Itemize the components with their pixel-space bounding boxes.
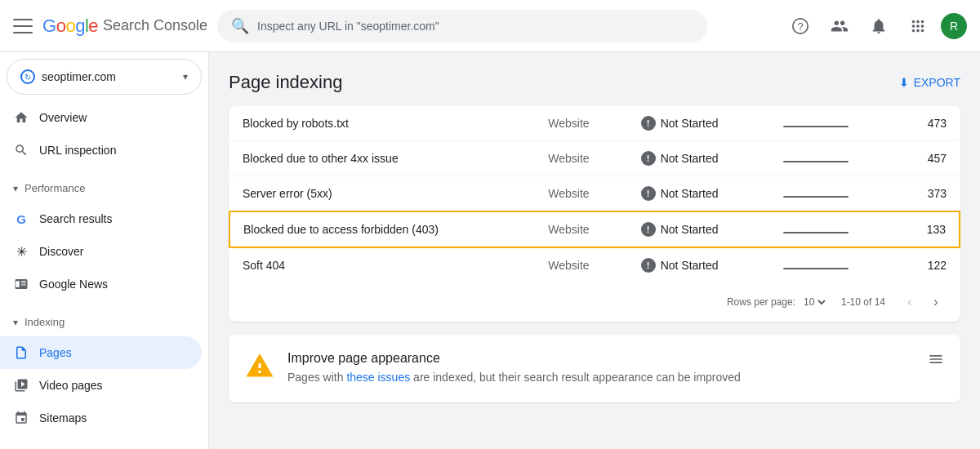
row-status: ! Not Started bbox=[628, 176, 771, 212]
row-type: Website bbox=[535, 247, 627, 282]
google-g-icon: G bbox=[13, 211, 29, 227]
sitemaps-label: Sitemaps bbox=[39, 411, 87, 425]
sparkline bbox=[783, 126, 849, 127]
status-text: Not Started bbox=[661, 152, 719, 165]
status-icon: ! bbox=[641, 186, 656, 201]
content-area: Page indexing ⬇ EXPORT Blocked by robots… bbox=[209, 52, 980, 449]
row-count: 133 bbox=[896, 211, 960, 247]
row-type: Website bbox=[535, 106, 627, 141]
rows-per-page-select[interactable]: 10 25 50 bbox=[800, 296, 828, 309]
export-icon: ⬇ bbox=[899, 76, 909, 89]
rows-per-page: Rows per page: 10 25 50 bbox=[727, 296, 828, 309]
status-icon: ! bbox=[641, 151, 656, 166]
sidebar-item-discover[interactable]: ✳ Discover bbox=[0, 235, 202, 268]
topbar-actions: ? R bbox=[784, 10, 967, 42]
row-status: ! Not Started bbox=[628, 106, 771, 141]
sparkline bbox=[783, 268, 849, 269]
row-sparkline-cell bbox=[770, 211, 896, 247]
sidebar-item-search-results[interactable]: G Search results bbox=[0, 202, 202, 235]
indexing-section-header[interactable]: ▾ Indexing bbox=[0, 308, 208, 336]
table-row[interactable]: Server error (5xx) Website ! Not Started… bbox=[229, 176, 960, 212]
search-icon: 🔍 bbox=[231, 17, 249, 35]
improve-menu-button[interactable] bbox=[928, 351, 944, 371]
row-reason: Soft 404 bbox=[229, 247, 535, 282]
video-pages-label: Video pages bbox=[39, 379, 103, 392]
notifications-button[interactable] bbox=[862, 10, 895, 42]
row-type: Website bbox=[535, 176, 627, 212]
indexing-table-card: Blocked by robots.txt Website ! Not Star… bbox=[229, 106, 960, 322]
improve-title: Improve page appearance bbox=[287, 351, 915, 366]
sidebar-item-pages[interactable]: Pages bbox=[0, 336, 202, 369]
google-news-icon bbox=[13, 276, 29, 292]
sidebar-item-url-inspection[interactable]: URL inspection bbox=[0, 134, 202, 167]
search-results-label: Search results bbox=[39, 212, 112, 225]
sparkline bbox=[783, 161, 849, 162]
main-layout: seoptimer.com ▾ Overview URL inspection … bbox=[0, 52, 980, 449]
site-icon bbox=[20, 69, 35, 84]
table-row[interactable]: Blocked due to access forbidden (403) We… bbox=[229, 211, 960, 247]
row-reason: Server error (5xx) bbox=[229, 176, 535, 212]
status-icon: ! bbox=[641, 258, 656, 273]
menu-icon[interactable] bbox=[13, 16, 33, 36]
site-selector[interactable]: seoptimer.com ▾ bbox=[7, 59, 202, 95]
pages-icon bbox=[13, 345, 29, 361]
improve-description: Pages with these issues are indexed, but… bbox=[287, 369, 915, 386]
rows-per-page-label: Rows per page: bbox=[727, 296, 795, 308]
sidebar-item-video-pages[interactable]: Video pages bbox=[0, 369, 202, 402]
search-bar[interactable]: 🔍 Inspect any URL in "seoptimer.com" bbox=[217, 10, 707, 42]
improve-warning-icon bbox=[245, 351, 274, 383]
pagination-buttons: ‹ › bbox=[898, 291, 947, 313]
google-wordmark: Google bbox=[42, 16, 98, 37]
video-pages-icon bbox=[13, 377, 29, 393]
table-row[interactable]: Blocked by robots.txt Website ! Not Star… bbox=[229, 106, 960, 141]
table-row[interactable]: Blocked due to other 4xx issue Website !… bbox=[229, 141, 960, 176]
indexing-section-label: Indexing bbox=[24, 316, 65, 328]
improve-card: Improve page appearance Pages with these… bbox=[229, 335, 960, 402]
sidebar-item-google-news[interactable]: Google News bbox=[0, 268, 202, 300]
prev-page-button[interactable]: ‹ bbox=[898, 291, 921, 313]
apps-button[interactable] bbox=[902, 10, 934, 42]
row-status: ! Not Started bbox=[628, 141, 771, 176]
sidebar-item-sitemaps[interactable]: Sitemaps bbox=[0, 402, 202, 434]
sidebar-item-overview[interactable]: Overview bbox=[0, 101, 202, 134]
status-text: Not Started bbox=[661, 187, 719, 200]
pagination-info: 1-10 of 14 bbox=[841, 296, 885, 308]
url-inspection-label: URL inspection bbox=[39, 144, 116, 157]
sitemaps-icon bbox=[13, 410, 29, 426]
overview-label: Overview bbox=[39, 111, 87, 124]
product-name: Search Console bbox=[103, 17, 207, 34]
row-count: 473 bbox=[896, 106, 960, 141]
performance-chevron-icon: ▾ bbox=[13, 183, 18, 194]
site-chevron-icon: ▾ bbox=[183, 71, 188, 82]
row-sparkline-cell bbox=[770, 176, 896, 212]
status-text: Not Started bbox=[661, 117, 719, 130]
pages-label: Pages bbox=[39, 346, 72, 359]
performance-section-label: Performance bbox=[24, 182, 85, 194]
sparkline bbox=[783, 196, 849, 198]
row-status: ! Not Started bbox=[628, 211, 771, 247]
sidebar: seoptimer.com ▾ Overview URL inspection … bbox=[0, 52, 209, 449]
search-icon bbox=[13, 142, 29, 158]
row-type: Website bbox=[535, 141, 627, 176]
insights-button[interactable] bbox=[823, 10, 856, 42]
performance-section-header[interactable]: ▾ Performance bbox=[0, 174, 208, 202]
discover-icon: ✳ bbox=[13, 243, 29, 260]
topbar: Google Search Console 🔍 Inspect any URL … bbox=[0, 0, 980, 52]
status-icon: ! bbox=[641, 116, 656, 131]
row-reason: Blocked by robots.txt bbox=[229, 106, 535, 141]
svg-text:?: ? bbox=[797, 20, 803, 32]
status-icon: ! bbox=[641, 222, 656, 237]
row-count: 457 bbox=[896, 141, 960, 176]
table-footer: Rows per page: 10 25 50 1-10 of 14 ‹ › bbox=[229, 282, 960, 322]
export-button[interactable]: ⬇ EXPORT bbox=[899, 76, 960, 89]
row-count: 373 bbox=[896, 176, 960, 212]
help-button[interactable]: ? bbox=[784, 10, 817, 42]
page-title: Page indexing bbox=[229, 72, 342, 93]
next-page-button[interactable]: › bbox=[924, 291, 947, 313]
row-reason: Blocked due to access forbidden (403) bbox=[229, 211, 535, 247]
table-row[interactable]: Soft 404 Website ! Not Started 122 bbox=[229, 247, 960, 282]
google-news-label: Google News bbox=[39, 278, 108, 291]
improve-content: Improve page appearance Pages with these… bbox=[287, 351, 915, 386]
status-text: Not Started bbox=[661, 223, 719, 236]
user-avatar[interactable]: R bbox=[941, 13, 967, 39]
